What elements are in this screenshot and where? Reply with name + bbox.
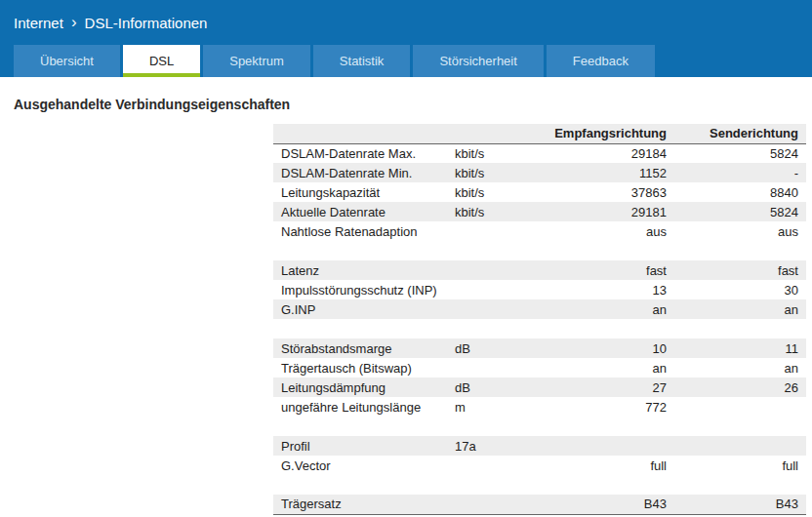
row-value-send: full	[674, 456, 806, 475]
table-row: G.INPanan	[273, 299, 806, 319]
separator-cell	[273, 319, 806, 338]
row-unit: dB	[447, 378, 533, 397]
table-row: Latenzfastfast	[273, 260, 806, 280]
row-unit: dB	[447, 338, 533, 358]
table-row: DSLAM-Datenrate Max.kbit/s291845824	[273, 143, 806, 163]
table-row: Leitungskapazitätkbit/s378638840	[273, 182, 806, 202]
row-unit	[447, 495, 533, 514]
row-value-receive: an	[533, 299, 674, 319]
row-value-receive: 27	[533, 378, 674, 397]
header-send-direction: Senderichtung	[674, 124, 806, 143]
tab-spektrum[interactable]: Spektrum	[203, 45, 310, 77]
row-unit: 17a	[447, 436, 533, 456]
row-value-send: an	[674, 299, 806, 319]
row-value-receive: full	[533, 456, 674, 475]
row-value-send: an	[674, 358, 806, 378]
page-title: Ausgehandelte Verbindungseigenschaften	[14, 97, 798, 112]
row-unit: kbit/s	[447, 163, 533, 182]
row-unit: kbit/s	[447, 202, 533, 221]
row-unit	[447, 221, 533, 241]
tab-bar: ÜbersichtDSLSpektrumStatistikStörsicherh…	[0, 45, 812, 77]
table-separator-row	[273, 417, 806, 436]
row-value-send: B43	[674, 495, 806, 514]
row-value-receive: 13	[533, 280, 674, 299]
table-row: Aktuelle Datenratekbit/s291815824	[273, 202, 806, 221]
row-label: Trägersatz	[273, 495, 447, 514]
breadcrumb: Internet › DSL-Informationen	[0, 0, 812, 45]
separator-cell	[273, 417, 806, 436]
tab-stoersicherheit[interactable]: Störsicherheit	[413, 45, 543, 77]
table-row: Profil17a	[273, 436, 806, 456]
row-label: Latenz	[273, 260, 447, 280]
row-value-receive: fast	[533, 260, 674, 280]
table-row: Nahtlose Ratenadaptionausaus	[273, 221, 806, 241]
row-unit	[447, 260, 533, 280]
table-row: G.Vectorfullfull	[273, 456, 806, 475]
row-value-send: aus	[674, 221, 806, 241]
table-row: Trägertausch (Bitswap)anan	[273, 358, 806, 378]
row-value-send: 30	[674, 280, 806, 299]
tab-feedback[interactable]: Feedback	[547, 45, 655, 77]
breadcrumb-section-internet[interactable]: Internet	[14, 15, 63, 31]
table-separator-row	[273, 475, 806, 495]
row-unit	[447, 358, 533, 378]
header-unit-cell	[447, 124, 533, 143]
tab-uebersicht[interactable]: Übersicht	[14, 45, 120, 77]
table-row: DSLAM-Datenrate Min.kbit/s1152-	[273, 163, 806, 182]
row-unit	[447, 299, 533, 319]
row-value-receive: an	[533, 358, 674, 378]
tab-dsl[interactable]: DSL	[123, 45, 200, 77]
row-value-send	[674, 397, 806, 417]
row-label: Trägertausch (Bitswap)	[273, 358, 447, 378]
row-value-receive	[533, 436, 674, 456]
breadcrumb-page-title: DSL-Informationen	[85, 15, 208, 31]
row-unit: m	[447, 397, 533, 417]
row-label: Leitungskapazität	[273, 182, 447, 202]
row-label: Aktuelle Datenrate	[273, 202, 447, 221]
row-value-send: 5824	[674, 143, 806, 163]
table-row: Impulsstörungsschutz (INP)1330	[273, 280, 806, 299]
dsl-information-page: Internet › DSL-Informationen ÜbersichtDS…	[0, 0, 812, 517]
row-label: Profil	[273, 436, 447, 456]
row-label: Leitungsdämpfung	[273, 378, 447, 397]
row-value-receive: B43	[533, 495, 674, 514]
content-area: Ausgehandelte Verbindungseigenschaften E…	[0, 77, 812, 517]
row-unit	[447, 456, 533, 475]
header-receive-direction: Empfangsrichtung	[533, 124, 674, 143]
row-value-send: fast	[674, 260, 806, 280]
row-value-receive: 29181	[533, 202, 674, 221]
separator-cell	[273, 475, 806, 495]
row-value-send: 26	[674, 378, 806, 397]
row-value-receive: 1152	[533, 163, 674, 182]
row-label: Impulsstörungsschutz (INP)	[273, 280, 447, 299]
table-row: LeitungsdämpfungdB2726	[273, 378, 806, 397]
top-bar: Internet › DSL-Informationen ÜbersichtDS…	[0, 0, 812, 77]
table-row: ungefähre Leitungslängem772	[273, 397, 806, 417]
row-value-receive: 10	[533, 338, 674, 358]
row-value-send: -	[674, 163, 806, 182]
separator-cell	[273, 241, 806, 260]
tab-statistik[interactable]: Statistik	[313, 45, 411, 77]
row-label: G.INP	[273, 299, 447, 319]
row-label: DSLAM-Datenrate Min.	[273, 163, 447, 182]
table-separator-row	[273, 241, 806, 260]
row-value-receive: 29184	[533, 143, 674, 163]
row-value-send: 5824	[674, 202, 806, 221]
row-label: Störabstandsmarge	[273, 338, 447, 358]
table-separator-row	[273, 319, 806, 338]
row-value-send: 8840	[674, 182, 806, 202]
row-value-receive: 37863	[533, 182, 674, 202]
row-label: Nahtlose Ratenadaption	[273, 221, 447, 241]
breadcrumb-chevron-icon: ›	[71, 14, 77, 30]
row-value-receive: aus	[533, 221, 674, 241]
table-header-row: Empfangsrichtung Senderichtung	[273, 124, 806, 143]
row-label: ungefähre Leitungslänge	[273, 397, 447, 417]
row-unit: kbit/s	[447, 143, 533, 163]
row-label: G.Vector	[273, 456, 447, 475]
row-unit: kbit/s	[447, 182, 533, 202]
table-row: TrägersatzB43B43	[273, 495, 806, 514]
row-unit	[447, 280, 533, 299]
table-row: StörabstandsmargedB1011	[273, 338, 806, 358]
row-value-send: 11	[674, 338, 806, 358]
row-value-send	[674, 436, 806, 456]
